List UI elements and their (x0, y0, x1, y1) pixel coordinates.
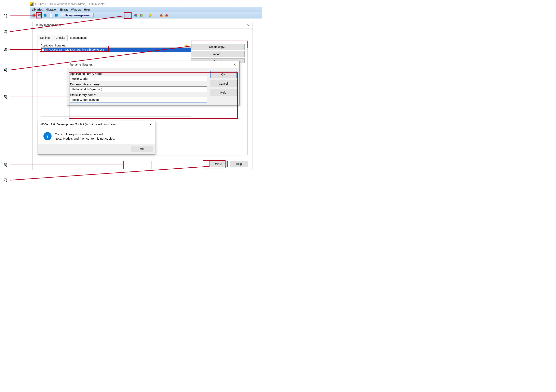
window-title: ADOxx 1.8: Development Toolkit (Admin) -… (35, 2, 105, 6)
rename-ok-button[interactable]: OK (210, 71, 237, 78)
toolbar-library-mgmt-icon[interactable]: 📚 (37, 13, 42, 17)
menu-window[interactable]: Window (71, 8, 81, 11)
rename-dialog-title: Rename libraries (70, 63, 93, 67)
menu-libraries[interactable]: Libraries (32, 8, 43, 11)
callout-6: 6) (4, 163, 7, 167)
toolbar-group2b-icon[interactable]: 📗 (139, 13, 144, 17)
lightning-icon: ⚡ (185, 43, 189, 47)
rename-libraries-dialog: Rename libraries ✕ Application library n… (67, 61, 239, 106)
stat-lib-name-input[interactable] (70, 97, 207, 102)
callout-4: 4) (4, 68, 7, 72)
panel-footer: Close Help (209, 161, 248, 167)
toolbar-label: Library management (60, 13, 93, 17)
callout-1: 1) (4, 13, 7, 18)
toolbar-import-icon[interactable]: 📥 (159, 13, 163, 17)
menu-help[interactable]: Help (84, 8, 90, 11)
msgbox-line2: Note: Models and their content is not co… (55, 136, 115, 141)
app-icon (30, 2, 33, 6)
msgbox-close-icon[interactable]: ✕ (148, 122, 153, 126)
rename-cancel-button[interactable]: Cancel (210, 80, 237, 87)
create-copy-button[interactable]: Create copy... (191, 44, 245, 50)
side-buttons: Create copy... Import... Export (191, 44, 245, 63)
panel-close-icon[interactable]: ✕ (246, 23, 250, 27)
callout-5: 5) (4, 95, 7, 99)
msgbox-text: Copy of library successfully cerated! No… (55, 132, 115, 141)
msgbox-title: ADOxx 1.8: Development Toolkit (Admin) -… (40, 122, 116, 126)
import-button[interactable]: Import... (191, 51, 245, 57)
tab-management[interactable]: Management (67, 35, 89, 41)
panel-title: Library management (35, 23, 61, 27)
dyn-lib-name-input[interactable] (70, 86, 207, 92)
menubar: Libraries Migration Extras Window Help (30, 7, 262, 12)
library-icon: 📚 (45, 48, 48, 51)
tab-checks[interactable]: Checks (53, 35, 68, 41)
app-lib-name-label: Application library name: (70, 72, 207, 75)
tabs: Settings Checks Management (38, 35, 253, 41)
toolbar: 📕 📚 📘 📄 📘 Library management 📚 📗 📒 📥 📤 (30, 12, 262, 18)
toolbar-books3-icon[interactable]: 📘 (43, 13, 47, 17)
toolbar-books5-icon[interactable]: 📘 (54, 13, 59, 17)
titlebar: ADOxx 1.8: Development Toolkit (Admin) -… (30, 2, 262, 7)
menu-migration[interactable]: Migration (46, 8, 57, 11)
tree-item-selected[interactable]: + 📚 ADOxx 1.8 - OMiLAB Starting Library … (41, 48, 191, 52)
main-window: ADOxx 1.8: Development Toolkit (Admin) -… (30, 2, 262, 18)
stat-lib-name-label: Static library name: (70, 93, 207, 97)
msgbox-line1: Copy of library successfully cerated! (55, 132, 115, 136)
info-icon: i (43, 132, 52, 140)
tree-item-label: ADOxx 1.8 - OMiLAB Starting Library v1.2… (49, 48, 104, 51)
toolbar-books1-icon[interactable]: 📕 (31, 13, 36, 17)
tree-expand-icon[interactable]: + (42, 48, 44, 51)
msgbox-ok-button[interactable]: OK (131, 146, 153, 152)
rename-close-icon[interactable]: ✕ (233, 63, 237, 67)
toolbar-sep (96, 13, 96, 17)
menu-extras[interactable]: Extras (60, 8, 68, 11)
app-lib-name-input[interactable] (70, 76, 207, 81)
rename-help-button[interactable]: Help (210, 89, 237, 96)
callout-7: 7) (4, 178, 7, 182)
toolbar-export-icon[interactable]: 📤 (165, 13, 169, 17)
dyn-lib-name-label: Dynamic library name: (70, 83, 207, 86)
toolbar-highlighted-icon[interactable]: 📒 (148, 13, 153, 17)
toolbar-group2a-icon[interactable]: 📚 (134, 13, 138, 17)
tab-settings[interactable]: Settings (38, 35, 53, 41)
callout-3: 3) (4, 47, 7, 52)
callout-2: 2) (4, 29, 7, 34)
toolbar-books4-icon[interactable]: 📄 (48, 13, 53, 17)
help-button[interactable]: Help (230, 161, 248, 167)
info-messagebox: ADOxx 1.8: Development Toolkit (Admin) -… (38, 121, 155, 155)
close-button[interactable]: Close (209, 161, 228, 167)
